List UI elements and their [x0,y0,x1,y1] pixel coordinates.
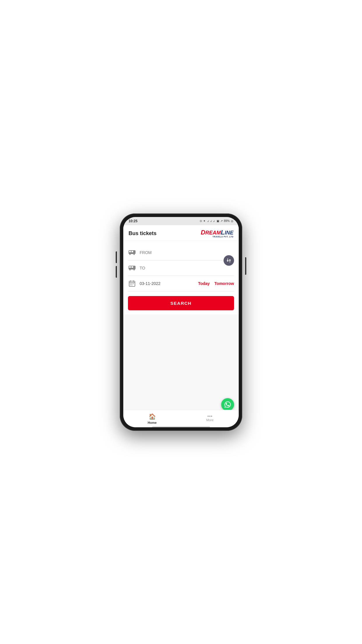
swap-button[interactable] [224,255,234,266]
from-input[interactable] [140,250,234,255]
logo: DREAMLINE TRAVELS PVT. LTD [201,229,233,238]
date-value: 03-11-2022 [140,281,198,286]
app-header: Bus tickets DREAMLINE TRAVELS PVT. LTD [123,225,239,241]
nav-item-more[interactable]: More [181,416,239,422]
from-field[interactable] [128,245,234,260]
tomorrow-button[interactable]: Tomorrow [215,281,234,286]
status-time: 10:25 [129,219,138,223]
alarm-icon: ⊙ [200,219,202,223]
signal-icon: ↗ [220,219,223,223]
bus-to-icon [128,264,136,272]
svg-rect-11 [130,284,131,284]
logo-tagline: TRAVELS PVT. LTD [201,236,233,238]
calendar-icon [128,279,136,288]
logo-dream-part: DREAM [201,229,221,236]
svg-rect-15 [131,285,132,285]
whatsapp-fab-button[interactable] [221,398,234,411]
svg-point-8 [129,269,131,270]
bus-from-icon [128,249,136,257]
svg-rect-13 [133,284,134,284]
network-icon: ꒻꒻꒻ [207,219,215,223]
more-nav-label: More [206,418,213,422]
svg-rect-7 [131,266,133,268]
search-form: 03-11-2022 Today Tomorrow SEARCH [123,241,239,314]
bluetooth-icon: ✦ [203,219,205,223]
bottom-nav: 🏠 Home More [123,410,239,427]
svg-rect-6 [129,266,131,268]
svg-rect-2 [131,251,133,252]
to-input[interactable] [140,266,234,270]
logo-line-part: LINE [221,229,233,236]
page-title: Bus tickets [129,230,157,237]
date-actions: Today Tomorrow [198,281,234,286]
search-button[interactable]: SEARCH [128,296,234,310]
home-nav-label: Home [148,421,157,424]
nav-indicator [152,426,210,427]
battery-icon: ◎ [231,219,233,223]
from-to-wrapper [128,245,234,276]
nav-item-home[interactable]: 🏠 Home [123,413,181,424]
svg-rect-14 [130,285,131,285]
to-field[interactable] [128,260,234,276]
today-button[interactable]: Today [198,281,210,286]
status-icons: ⊙ ✦ ꒻꒻꒻ ▣ ↗ 89% ◎ [200,219,233,223]
logo-text: DREAMLINE [201,229,233,236]
svg-rect-1 [129,251,131,252]
status-bar: 10:25 ⊙ ✦ ꒻꒻꒻ ▣ ↗ 89% ◎ [123,217,239,225]
more-dots-icon [208,416,212,417]
main-content-area [123,314,239,410]
svg-rect-12 [131,284,132,284]
battery-text: 89% [224,219,230,223]
svg-point-3 [129,254,131,255]
svg-point-9 [133,269,135,270]
svg-point-4 [133,254,135,255]
home-icon: 🏠 [149,413,156,420]
date-field[interactable]: 03-11-2022 Today Tomorrow [128,276,234,291]
wifi-icon: ▣ [217,219,219,223]
